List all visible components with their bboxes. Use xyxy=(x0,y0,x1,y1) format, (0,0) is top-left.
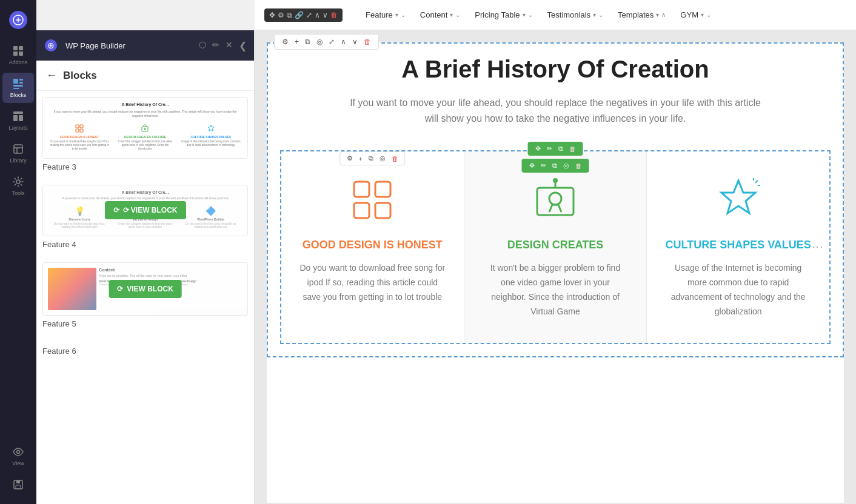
nav-templates[interactable]: Templates ▾ ∧ xyxy=(612,7,672,23)
col1-body: Do you want to download free song for ip… xyxy=(299,261,446,304)
library-label: Library xyxy=(10,158,27,164)
blocks-back-button[interactable]: ← xyxy=(46,69,57,82)
block-item-feature3[interactable]: A Brief History Of Cre... If you want to… xyxy=(42,97,248,175)
svg-rect-27 xyxy=(354,182,369,197)
blocks-tool[interactable]: Blocks xyxy=(2,73,34,103)
svg-rect-10 xyxy=(13,111,23,114)
view-tool[interactable]: View xyxy=(2,441,34,471)
col2-settings-icon[interactable]: ✏ xyxy=(544,144,555,154)
col2-section-toolbar: ✥ ✏ ⧉ 🗑 xyxy=(528,142,583,156)
svg-rect-29 xyxy=(354,203,369,218)
nav-toolbar-up-icon[interactable]: ∧ xyxy=(315,11,320,19)
col1-settings[interactable]: ⚙ xyxy=(344,153,355,164)
block-preview-feature3: A Brief History Of Cre... If you want to… xyxy=(42,97,248,159)
block-name-feature4: Feature 4 xyxy=(42,236,248,253)
layouts-label: Layouts xyxy=(8,125,28,131)
col3-title: CULTURE SHAPES VALUES xyxy=(665,239,811,251)
svg-text:⊕: ⊕ xyxy=(47,41,55,50)
nav-feature[interactable]: Feature ▾ ⌄ xyxy=(359,7,412,23)
col2-inner-delete[interactable]: 🗑 xyxy=(573,161,584,171)
col2-title: DESIGN CREATES xyxy=(483,239,629,251)
block-item-feature5[interactable]: ⟳ VIEW BLOCK Content If you are to compl… xyxy=(42,262,248,332)
save-tool[interactable] xyxy=(2,474,34,498)
content-chevron: ▾ xyxy=(450,12,453,18)
col2-inner-link[interactable]: ◎ xyxy=(561,161,572,171)
svg-rect-21 xyxy=(76,125,79,128)
svg-rect-23 xyxy=(76,129,79,132)
col2-inner-toolbar: ✥ ✏ ⧉ ◎ 🗑 xyxy=(522,159,589,173)
nav-toolbar-settings-icon[interactable]: ⚙ xyxy=(278,11,284,19)
testimonials-chevron: ▾ xyxy=(593,12,596,18)
block-name-feature5: Feature 5 xyxy=(42,316,248,332)
view-block-button-feature5[interactable]: ⟳ VIEW BLOCK xyxy=(109,280,182,298)
col2-delete-icon[interactable]: 🗑 xyxy=(567,144,578,154)
col3-icon xyxy=(665,176,811,224)
close-icon[interactable]: ✕ xyxy=(226,40,233,51)
section-settings-icon[interactable]: ⚙ xyxy=(279,36,291,47)
section-delete-icon[interactable]: 🗑 xyxy=(361,36,373,47)
main-area: ✥ ⚙ ⧉ 🔗 ⤢ ∧ ∨ 🗑 Feature ▾ ⌄ Content ▾ ⌄ … xyxy=(255,0,856,504)
col2-inner-move[interactable]: ✥ xyxy=(527,161,537,171)
col1-add[interactable]: + xyxy=(356,154,365,164)
col3-dots-menu[interactable]: ⋮ xyxy=(811,242,824,253)
edit-icon[interactable]: ✏ xyxy=(212,40,219,51)
nav-content[interactable]: Content ▾ ⌄ xyxy=(414,7,467,23)
nav-pricing[interactable]: Pricing Table ▾ ⌄ xyxy=(469,7,538,23)
svg-rect-11 xyxy=(13,115,18,121)
svg-rect-22 xyxy=(80,125,83,128)
col2-inner-edit[interactable]: ✏ xyxy=(538,161,549,171)
nav-toolbar-copy-icon[interactable]: ⧉ xyxy=(287,11,292,19)
col3-body: Usage of the Internet is becoming more c… xyxy=(665,261,811,319)
nav-toolbar-link-icon[interactable]: 🔗 xyxy=(295,11,304,19)
canvas-inner: ⚙ + ⧉ ◎ ⤢ ∧ ∨ 🗑 A Brief History Of Creat… xyxy=(267,42,844,503)
col2-inner-copy[interactable]: ⧉ xyxy=(550,161,560,171)
col1-copy[interactable]: ⧉ xyxy=(366,153,376,164)
templates-chevron: ▾ xyxy=(656,12,659,18)
section-copy-icon[interactable]: ⧉ xyxy=(303,36,313,47)
section-toolbar: ⚙ + ⧉ ◎ ⤢ ∧ ∨ 🗑 xyxy=(274,34,379,50)
svg-rect-5 xyxy=(13,79,18,84)
nav-toolbar-delete-icon[interactable]: 🗑 xyxy=(330,11,338,19)
nav-testimonials[interactable]: Testimonials ▾ ⌄ xyxy=(541,7,610,23)
col2-move-icon[interactable]: ✥ xyxy=(533,144,543,154)
nav-floating-toolbar: ✥ ⚙ ⧉ 🔗 ⤢ ∧ ∨ 🗑 xyxy=(264,8,343,22)
app-icon: ⊕ xyxy=(44,38,58,53)
nav-gym[interactable]: GYM ▾ ⌄ xyxy=(674,7,717,23)
svg-rect-1 xyxy=(13,46,18,50)
section-link-icon[interactable]: ◎ xyxy=(314,36,325,47)
library-tool[interactable]: Library xyxy=(2,138,34,168)
addons-tool[interactable]: Addons xyxy=(2,40,34,70)
section-expand-icon[interactable]: ⤢ xyxy=(326,36,337,47)
view-label: View xyxy=(12,460,24,466)
svg-rect-3 xyxy=(13,51,18,56)
collapse-icon[interactable]: ❮ xyxy=(239,40,247,51)
top-nav: ✥ ⚙ ⧉ 🔗 ⤢ ∧ ∨ 🗑 Feature ▾ ⌄ Content ▾ ⌄ … xyxy=(255,0,856,30)
block-name-feature3: Feature 3 xyxy=(42,159,248,175)
view-block-button-feature4[interactable]: ⟳ ⟳ VIEW BLOCK xyxy=(105,201,186,219)
share-icon[interactable]: ⬡ xyxy=(199,40,206,51)
svg-rect-17 xyxy=(16,480,20,483)
feature-chevron: ▾ xyxy=(395,12,398,18)
app-logo[interactable] xyxy=(2,6,34,34)
nav-toolbar-move-icon[interactable]: ✥ xyxy=(269,11,275,19)
feature-col-2: ✥ ✏ ⧉ ◎ 🗑 xyxy=(464,151,647,343)
section-down-icon[interactable]: ∨ xyxy=(350,36,360,47)
main-heading: A Brief History Of Creation xyxy=(280,56,831,83)
nav-toolbar-expand-icon[interactable]: ⤢ xyxy=(306,11,312,19)
layouts-tool[interactable]: Layouts xyxy=(2,105,34,136)
tool-sidebar: Addons Blocks Layouts xyxy=(0,0,36,504)
col1-link[interactable]: ◎ xyxy=(377,153,388,164)
svg-rect-4 xyxy=(19,51,23,56)
section-add-icon[interactable]: + xyxy=(292,36,301,47)
nav-toolbar-down-icon[interactable]: ∨ xyxy=(323,11,328,19)
svg-point-15 xyxy=(17,451,20,454)
section-up-icon[interactable]: ∧ xyxy=(338,36,349,47)
col2-copy-icon[interactable]: ⧉ xyxy=(556,144,566,154)
svg-rect-12 xyxy=(19,115,23,121)
svg-line-35 xyxy=(755,181,758,183)
block-item-feature4[interactable]: ⟳ ⟳ VIEW BLOCK A Brief History Of Cre...… xyxy=(42,185,248,253)
svg-rect-28 xyxy=(375,182,390,197)
col1-delete[interactable]: 🗑 xyxy=(389,154,401,164)
tools-tool[interactable]: Tools xyxy=(2,171,34,201)
blocks-header: ← Blocks xyxy=(36,61,254,91)
